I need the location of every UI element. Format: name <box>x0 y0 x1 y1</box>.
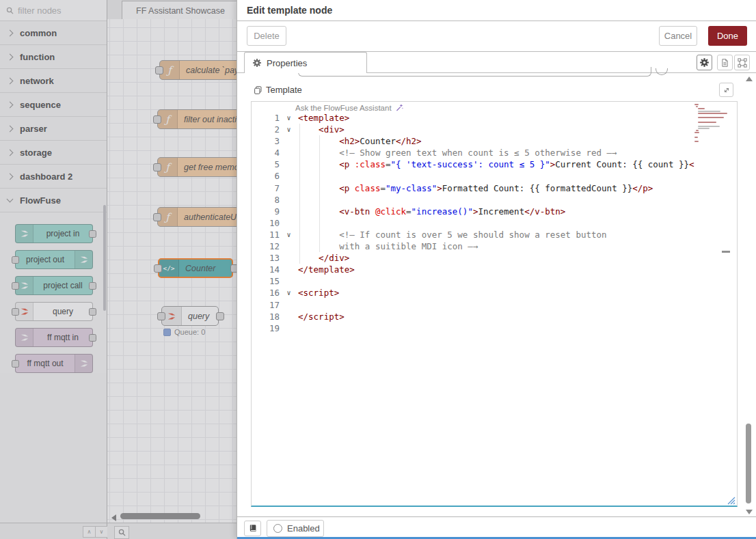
canvas-node-get-free-memo[interactable]: ƒget free memo <box>157 157 237 177</box>
template-code-editor[interactable]: Ask the FlowFuse Assistant 1∨<template>2… <box>251 101 738 507</box>
code-line[interactable]: 8 <box>252 194 737 206</box>
line-number: 18 <box>252 311 280 322</box>
sidebar-category-dashboard-2[interactable]: dashboard 2 <box>0 165 107 189</box>
code-line[interactable]: 7 <p class="my-class">Formatted Count: {… <box>252 182 737 194</box>
code-token: "my-class" <box>386 183 437 193</box>
input-port[interactable] <box>153 213 161 221</box>
category-label: network <box>20 76 54 86</box>
editor-minimap[interactable] <box>694 104 726 146</box>
code-line[interactable]: 13 </div> <box>252 252 737 264</box>
code-line[interactable]: 3 <h2>Counter</h2> <box>252 135 737 147</box>
sidebar-category-common[interactable]: common <box>0 21 107 45</box>
node-enabled-toggle[interactable]: Enabled <box>267 520 324 537</box>
flow-canvas[interactable]: FF Assistant Showcase ƒcalculate `payƒfi… <box>107 0 237 523</box>
input-port[interactable] <box>154 264 162 273</box>
fold-arrow-icon[interactable]: ∨ <box>280 112 298 124</box>
canvas-node-filter-out-inacti[interactable]: ƒfilter out inacti <box>157 109 237 129</box>
code-line[interactable]: 4 <!— Show green text when count is ≤ 5 … <box>252 147 737 158</box>
palette-scrollbar[interactable] <box>103 205 106 311</box>
palette-node-project-call[interactable]: project call <box>15 276 93 295</box>
fold-gutter <box>280 311 298 322</box>
code-line[interactable]: 17 <box>252 299 737 311</box>
palette-node-project-out[interactable]: project out <box>15 250 93 269</box>
enabled-label: Enabled <box>287 523 320 534</box>
name-field-button-partial <box>656 68 668 75</box>
expand-editor-button[interactable] <box>719 83 733 97</box>
resize-grip-icon[interactable] <box>726 495 735 505</box>
line-number: 9 <box>252 206 280 217</box>
assistant-hint: Ask the FlowFuse Assistant <box>295 103 404 112</box>
minimap-line <box>694 132 699 133</box>
code-line[interactable]: 15 <box>252 275 737 287</box>
code-line[interactable]: 6 <box>252 170 737 182</box>
code-line[interactable]: 10 <box>252 217 737 229</box>
output-port[interactable] <box>230 264 237 273</box>
appearance-view-button[interactable] <box>734 55 750 70</box>
sidebar-category-FlowFuse[interactable]: FlowFuse <box>0 189 107 212</box>
sidebar-category-storage[interactable]: storage <box>0 141 107 165</box>
fold-arrow-icon[interactable]: ∨ <box>280 124 298 135</box>
input-port[interactable] <box>12 308 19 316</box>
code-line[interactable]: 11∨ <!— If count is over 5 we should sho… <box>252 229 737 240</box>
flow-tab[interactable]: FF Assistant Showcase <box>122 1 237 20</box>
expand-all-button[interactable]: ∨ <box>95 526 108 538</box>
code-line[interactable]: 14</template> <box>252 264 737 275</box>
output-port[interactable] <box>89 308 96 316</box>
code-line[interactable]: 19 <box>252 322 737 334</box>
tab-properties[interactable]: Properties <box>244 52 367 73</box>
input-port[interactable] <box>153 115 161 124</box>
code-line[interactable]: 18</script> <box>252 311 737 322</box>
sidebar-category-function[interactable]: function <box>0 45 107 69</box>
palette-node-project-in[interactable]: project in <box>15 224 93 243</box>
code-line[interactable]: 5 <p :class="{ 'text-success': count ≤ 5… <box>252 158 737 170</box>
scroll-up-arrow[interactable] <box>746 77 753 81</box>
fold-arrow-icon[interactable]: ∨ <box>280 287 298 299</box>
output-port[interactable] <box>89 230 96 238</box>
cancel-button[interactable]: Cancel <box>659 26 697 46</box>
editor-scrollbar-thumb[interactable] <box>722 251 730 253</box>
properties-view-button[interactable] <box>697 55 712 70</box>
input-port[interactable] <box>155 66 163 74</box>
palette-search-input[interactable]: filter nodes <box>0 0 107 21</box>
canvas-node-query[interactable]: query <box>161 306 219 326</box>
code-lines[interactable]: 1∨<template>2∨ <div>3 <h2>Counter</h2>4 … <box>252 112 737 334</box>
input-port[interactable] <box>12 282 19 290</box>
palette-node-ff-mqtt-out[interactable]: ff mqtt out <box>15 354 93 373</box>
sidebar-category-parser[interactable]: parser <box>0 117 107 141</box>
palette-node-ff-mqtt-in[interactable]: ff mqtt in <box>15 328 93 347</box>
fold-gutter <box>280 170 298 182</box>
canvas-node-counter[interactable]: </>Counter <box>158 258 233 278</box>
scroll-down-arrow[interactable] <box>746 510 753 514</box>
collapse-all-button[interactable]: ∧ <box>83 526 96 538</box>
input-port[interactable] <box>12 256 19 264</box>
sidebar-category-sequence[interactable]: sequence <box>0 93 107 117</box>
code-line[interactable]: 9 <v-btn @click="increase()">Increment</… <box>252 206 737 217</box>
output-port[interactable] <box>89 282 96 290</box>
code-token <box>298 183 339 193</box>
code-line[interactable]: 1∨<template> <box>252 112 737 124</box>
hscroll-left-arrow[interactable] <box>111 514 116 521</box>
docs-button[interactable] <box>244 521 261 536</box>
input-port[interactable] <box>153 163 161 171</box>
zoom-search-button[interactable] <box>114 526 129 539</box>
description-view-button[interactable] <box>717 55 733 70</box>
fold-arrow-icon[interactable]: ∨ <box>280 229 298 240</box>
hscroll-thumb[interactable] <box>120 513 200 519</box>
sidebar-category-network[interactable]: network <box>0 69 107 93</box>
code-token: Current Count: {{ count }} <box>555 159 689 169</box>
code-line[interactable]: 2∨ <div> <box>252 124 737 135</box>
input-port[interactable] <box>12 360 19 368</box>
input-port[interactable] <box>157 312 165 320</box>
output-port[interactable] <box>216 312 224 320</box>
code-line[interactable]: 12 with a suitible MDI icon —→ <box>252 240 737 252</box>
canvas-node-authenticateu[interactable]: ƒauthenticateU <box>157 207 237 227</box>
delete-button[interactable]: Delete <box>247 26 286 46</box>
minimap-line <box>698 122 716 123</box>
tray-scrollbar-thumb[interactable] <box>746 424 751 503</box>
palette-node-query[interactable]: query <box>15 302 93 321</box>
code-line[interactable]: 16∨<script> <box>252 287 737 299</box>
canvas-grid[interactable]: ƒcalculate `payƒfilter out inactiƒget fr… <box>107 19 237 523</box>
output-port[interactable] <box>89 334 96 342</box>
canvas-node-calculate-pay[interactable]: ƒcalculate `pay <box>159 60 237 80</box>
done-button[interactable]: Done <box>708 26 747 46</box>
